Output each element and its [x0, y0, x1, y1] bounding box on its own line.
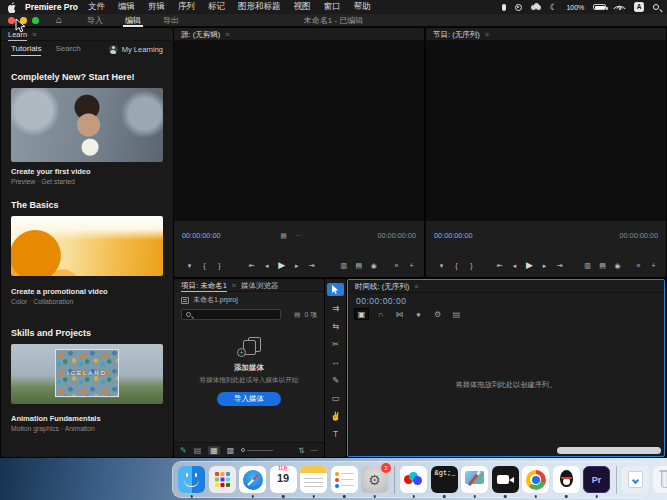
ripple-edit-tool[interactable]: ⇆ [327, 319, 344, 332]
dock-screen-recorder-icon[interactable] [492, 466, 519, 493]
timeline-panel-tab[interactable]: 时间线: (无序列) [355, 280, 409, 293]
play-button[interactable]: ▶ [274, 259, 289, 272]
tutorial-card-thumbnail[interactable] [11, 216, 163, 276]
dock-launchpad-icon[interactable] [209, 466, 236, 493]
project-file-name[interactable]: 未命名1.prproj [193, 295, 238, 305]
microphone-icon[interactable] [502, 4, 506, 11]
selection-tool[interactable] [327, 283, 344, 296]
tutorial-card-title[interactable]: Create a promotional video [11, 287, 108, 296]
razor-tool[interactable]: ✂ [327, 337, 344, 350]
tutorial-card-title[interactable]: Create your first video [11, 167, 91, 176]
more-buttons-icon[interactable]: » [631, 259, 646, 272]
mark-in-icon[interactable]: { [197, 259, 212, 272]
go-to-in-icon[interactable]: ⇤ [244, 259, 259, 272]
dock-chrome-icon[interactable] [522, 466, 549, 493]
button-editor-icon[interactable]: + [404, 259, 419, 272]
lift-icon[interactable]: ▥ [580, 259, 595, 272]
play-button[interactable]: ▶ [522, 259, 537, 272]
menubar-item-file[interactable]: 文件 [88, 1, 105, 13]
close-window-button[interactable] [8, 17, 15, 24]
dock-finder-icon[interactable] [178, 466, 205, 493]
more-buttons-icon[interactable]: » [389, 259, 404, 272]
icon-view-icon[interactable]: ▦ [208, 446, 220, 455]
mark-in-icon[interactable]: { [449, 259, 464, 272]
panel-menu-icon[interactable]: ≡ [232, 282, 236, 289]
tab-import[interactable]: 导入 [87, 14, 103, 27]
menubar-item-sequence[interactable]: 序列 [178, 1, 195, 13]
spotlight-search-icon[interactable] [653, 4, 659, 10]
dock-trash-icon[interactable] [653, 466, 667, 493]
extract-icon[interactable]: ▤ [595, 259, 610, 272]
do-not-disturb-icon[interactable]: ☾ [550, 2, 558, 12]
add-marker-icon[interactable]: ● [411, 308, 426, 320]
project-panel-tab[interactable]: 项目: 未命名1 [181, 279, 227, 292]
input-source-icon[interactable]: A [634, 2, 644, 12]
overwrite-icon[interactable]: ▤ [351, 259, 366, 272]
insert-icon[interactable]: ▥ [336, 259, 351, 272]
add-marker-icon[interactable]: ▾ [434, 259, 449, 272]
dock-notes-icon[interactable] [300, 466, 327, 493]
dock-settings-icon[interactable]: 2 ⚙ [361, 466, 388, 493]
linked-selection-icon[interactable]: ⋈ [392, 308, 407, 320]
export-frame-icon[interactable]: ◉ [366, 259, 381, 272]
home-icon[interactable]: ⌂ [56, 14, 62, 26]
mark-out-icon[interactable]: } [464, 259, 479, 272]
dock-terminal-icon[interactable]: &gt;_ [431, 466, 458, 493]
dock-calendar-icon[interactable]: 11月 19 [270, 466, 297, 493]
dock-qq-icon[interactable] [553, 466, 580, 493]
apple-logo-icon[interactable] [8, 2, 17, 13]
insert-nest-sequence-icon[interactable]: ▣ [354, 308, 369, 320]
type-tool[interactable]: T [327, 427, 344, 440]
menubar-item-graphics-titles[interactable]: 图形和标题 [238, 1, 281, 13]
menubar-item-edit[interactable]: 编辑 [118, 1, 135, 13]
go-to-out-icon[interactable]: ⇥ [552, 259, 567, 272]
playback-resolution-icon[interactable]: ⋯ [295, 232, 302, 240]
button-editor-icon[interactable]: + [646, 259, 661, 272]
project-search-input[interactable] [181, 309, 281, 320]
my-learning-button[interactable]: My Learning [109, 45, 163, 54]
battery-icon[interactable] [593, 4, 606, 10]
export-frame-icon[interactable]: ◉ [610, 259, 625, 272]
go-to-out-icon[interactable]: ⇥ [304, 259, 319, 272]
thumbnail-zoom-slider[interactable] [241, 448, 273, 452]
menubar-item-help[interactable]: 帮助 [353, 1, 370, 13]
dock-downloads-icon[interactable] [622, 466, 649, 493]
dock-preview-icon[interactable] [461, 466, 488, 493]
dock-safari-icon[interactable] [239, 466, 266, 493]
project-writable-icon[interactable]: ✎ [180, 446, 187, 455]
menubar-app-name[interactable]: Premiere Pro [25, 2, 78, 12]
menubar-item-window[interactable]: 窗口 [323, 1, 340, 13]
step-back-icon[interactable]: ◂ [259, 259, 274, 272]
record-indicator-icon[interactable] [515, 4, 522, 11]
learn-tab-tutorials[interactable]: Tutorials [11, 41, 41, 57]
project-more-icon[interactable]: ⋯ [311, 446, 319, 455]
menubar-item-view[interactable]: 视图 [293, 1, 310, 13]
panel-menu-icon[interactable]: ≡ [485, 31, 489, 38]
media-browser-tab[interactable]: 媒体浏览器 [241, 279, 279, 292]
panel-menu-icon[interactable]: ≡ [32, 31, 36, 38]
tab-export[interactable]: 导出 [163, 14, 179, 27]
step-back-icon[interactable]: ◂ [507, 259, 522, 272]
dock-reminders-icon[interactable] [331, 466, 358, 493]
track-select-forward-tool[interactable]: ⇉ [327, 301, 344, 314]
menubar-item-clip[interactable]: 剪辑 [148, 1, 165, 13]
tutorial-card-thumbnail[interactable]: ICELAND [11, 344, 163, 404]
hand-tool[interactable]: ✌ [327, 409, 344, 422]
rectangle-tool[interactable]: ▭ [327, 391, 344, 404]
zoom-window-button[interactable] [32, 17, 39, 24]
freeform-view-icon[interactable]: ▩ [227, 446, 235, 455]
sort-icons-icon[interactable]: ⇅ [298, 446, 304, 455]
learn-tab-search[interactable]: Search [55, 41, 80, 57]
go-to-in-icon[interactable]: ⇤ [492, 259, 507, 272]
mark-out-icon[interactable]: } [212, 259, 227, 272]
add-marker-icon[interactable]: ▾ [182, 259, 197, 272]
tutorial-card-title[interactable]: Animation Fundamentals [11, 414, 101, 423]
panel-menu-icon[interactable]: ≡ [225, 31, 229, 38]
tab-edit[interactable]: 编辑 [125, 14, 141, 27]
snap-icon[interactable]: ∩ [373, 308, 388, 320]
source-monitor-tab[interactable]: 源: (无剪辑) [181, 28, 220, 41]
step-forward-icon[interactable]: ▸ [537, 259, 552, 272]
menubar-item-markers[interactable]: 标记 [208, 1, 225, 13]
list-view-icon[interactable]: ▤ [194, 446, 202, 455]
program-monitor-tab[interactable]: 节目: (无序列) [433, 28, 480, 41]
